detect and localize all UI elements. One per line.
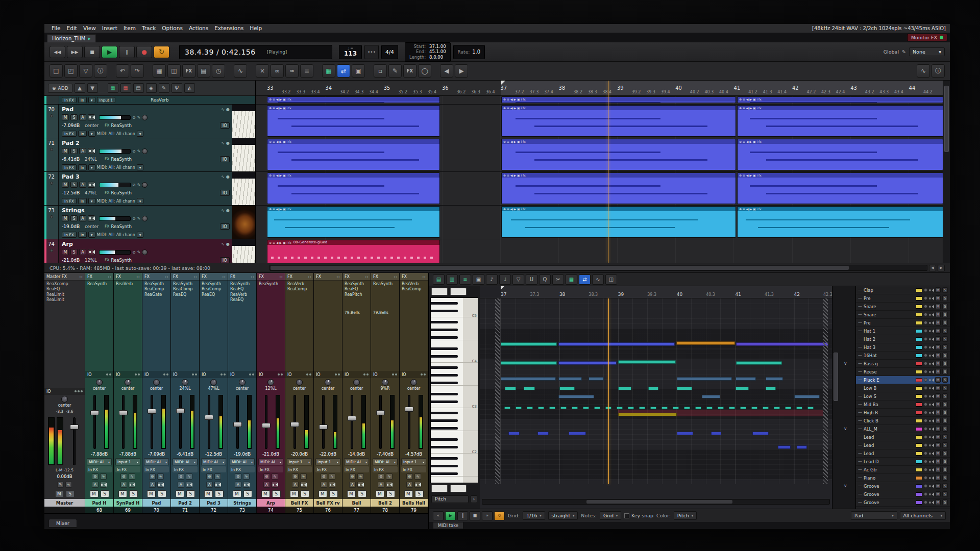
input-fx-button[interactable]: In FX [115,466,140,472]
track-name[interactable]: Click B [864,418,914,423]
fx-name[interactable]: ReaSynth [111,190,132,195]
q-tool-icon[interactable]: Q [539,274,551,285]
io-button[interactable]: IO [220,122,230,129]
midi-input-label[interactable]: MIDI: All: All chann [97,165,135,170]
record-arm-dot[interactable] [924,370,927,373]
input-selector[interactable]: Input 1 [97,97,116,103]
media-item[interactable]: ⊕ ≡ ◀ ▶ ▣ i fx [267,206,440,238]
track-color-swatch[interactable] [916,394,922,398]
scroll-left-icon[interactable]: ◀ [929,265,936,271]
fader-handle[interactable] [205,415,213,420]
track-name[interactable]: Strings [62,207,85,214]
volume-fader[interactable] [228,392,256,452]
mute-button[interactable]: M [347,490,356,497]
fx-name[interactable]: ReaVerb [151,97,168,103]
dropdown-arrow-icon[interactable]: ▾ [137,232,144,238]
media-item[interactable]: ⊕ ≡ ◀ ▶ ▣ i fx00-Generate-glued [267,240,440,263]
track-color-swatch[interactable] [916,419,922,423]
monitor-speaker-icon[interactable] [929,362,934,365]
media-explorer-icon[interactable]: ◫ [167,64,181,78]
input-selector[interactable]: Input 1▾ [115,458,140,465]
strip-fx-header[interactable]: FX•• [85,273,113,281]
mute-button[interactable]: M [935,434,941,440]
envelope-icon[interactable]: ∿ [221,208,225,213]
track-color-swatch[interactable] [916,403,922,407]
record-arm-dot[interactable] [924,378,927,382]
quantize-icon[interactable]: ♪ [486,274,498,285]
input-fx-button[interactable]: In FX [144,466,169,472]
midi-track-row-mid-ba[interactable]: — Mid Ba M S [856,400,950,409]
monitor-speaker-icon[interactable] [929,460,934,463]
track-name[interactable]: Pad 2 [62,140,80,146]
mute-button[interactable]: M [935,483,941,489]
arm-button[interactable]: A [79,114,86,120]
solo-button[interactable]: S [158,490,166,497]
media-item[interactable]: ⊕ ≡ ◀ ▶ ▣ i fx [501,206,736,238]
input-fx-button[interactable]: In FX [173,466,198,472]
black-key[interactable] [431,382,458,384]
solo-button[interactable]: S [942,336,948,342]
solo-button[interactable]: S [70,182,78,188]
strip-io-button[interactable]: IO [142,371,170,378]
play-button[interactable]: ▶ [445,511,456,520]
solo-button[interactable]: S [186,490,195,497]
track-color-swatch[interactable] [916,305,922,309]
record-arm-dot[interactable] [924,427,927,431]
solo-button[interactable]: S [66,490,75,497]
midi-note[interactable] [558,395,594,398]
next-marker-icon[interactable]: ▶ [455,64,468,78]
volume-fader[interactable] [142,392,170,452]
dropdown-arrow-icon[interactable]: ▾ [137,198,144,204]
strip-io-button[interactable]: IO [171,371,199,378]
solo-button[interactable]: S [101,490,109,497]
volume-fader[interactable] [285,392,313,452]
solo-button[interactable]: S [942,418,948,423]
midi-track-row-ac-gtr[interactable]: — Ac Gtr M S [856,466,950,474]
arrange-horizontal-scrollbar[interactable] [270,265,927,271]
record-arm-dot[interactable] [924,500,927,504]
mute-button[interactable]: M [935,328,941,334]
record-arm-dot[interactable] [50,114,53,117]
envelope-display-icon[interactable]: ∿ [917,64,930,78]
media-item[interactable]: ⊕ ≡ ◀ ▶ ▣ i fx [737,139,943,170]
pencil-icon[interactable]: ✎ [388,64,402,78]
track-panel-strings[interactable]: 73 Strings ∿● M S A ⊘ ✎ -19.0dB center F… [44,206,255,239]
mute-button[interactable]: M [62,114,69,120]
mute-button[interactable]: M [935,385,941,391]
strip-fx-header[interactable]: FX•• [200,273,228,281]
envelope-icon[interactable]: ∿ [221,174,225,179]
collapse-chevron-icon[interactable]: ∨ [844,483,847,488]
media-item[interactable]: ⊕ ≡ ◀ ▶ ▣ i fx [737,206,943,238]
midi-track-row-all-m[interactable]: — ALL_M M S [856,425,950,433]
midi-note[interactable] [501,342,557,346]
key-snap-checkbox[interactable]: Key snap [624,513,653,518]
track-name[interactable]: High B [864,410,914,415]
midi-note[interactable] [558,361,617,365]
project-tab[interactable]: Horizon_THM ▶ [47,34,96,42]
midi-note[interactable] [695,407,701,409]
monitor-button[interactable] [88,249,95,255]
solo-button[interactable]: S [942,385,948,391]
midi-note[interactable] [774,407,780,409]
track-name[interactable]: Snare [864,304,914,309]
dropdown-arrow-icon[interactable]: ▾ [88,131,95,137]
track-color-swatch[interactable] [916,321,922,325]
phase-button[interactable]: ⊘ [178,473,184,480]
solo-button[interactable]: S [386,490,395,497]
midi-track-row-groove[interactable]: — Groove M S [856,498,950,507]
fast-forward-button[interactable]: ▶▶ [67,46,83,58]
monitor-speaker-icon[interactable] [929,321,934,324]
record-arm-button[interactable]: A [292,482,299,488]
pencil-icon[interactable]: ✎ [137,115,141,120]
midi-note[interactable] [676,341,735,345]
track-color-swatch[interactable] [916,296,922,300]
pan-knob[interactable] [142,216,148,221]
midi-note[interactable] [569,432,586,435]
envelope-button[interactable]: ∿ [100,473,107,480]
prev-marker-icon[interactable]: ◀ [440,64,453,78]
menu-edit[interactable]: Edit [64,25,80,31]
pan-knob[interactable] [96,379,103,386]
midi-track-row-pre[interactable]: — Pre M S [856,294,950,303]
pan-knob[interactable] [61,396,68,403]
monitor-speaker-icon[interactable] [929,403,934,406]
